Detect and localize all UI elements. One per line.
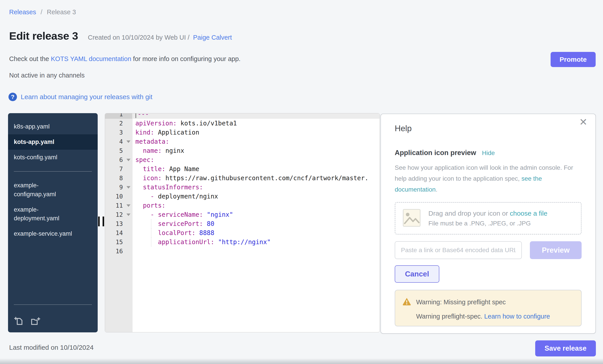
line-number: 7	[119, 165, 123, 172]
line-number: 10	[116, 193, 123, 200]
file-sidebar: k8s-app.yamlkots-app.yamlkots-config.yam…	[8, 113, 98, 332]
editor-line-7[interactable]: 7 title: App Name	[105, 165, 380, 174]
preflight-warning-box: Warning: Missing preflight spec Warning …	[395, 290, 582, 326]
editor-line-16[interactable]: 16	[105, 247, 380, 256]
channel-status: Not active in any channels	[9, 72, 85, 79]
created-text: Created on 10/10/2024 by Web UI /	[88, 34, 190, 41]
editor-line-1[interactable]: 1---	[105, 113, 380, 119]
editor-line-15[interactable]: 15 applicationUrl: "http://nginx"	[105, 237, 380, 247]
text-cursor	[135, 113, 136, 118]
line-number: 12	[116, 211, 123, 218]
editor-line-12[interactable]: 12 - serviceName: "nginx"	[105, 210, 380, 219]
sidebar-footer	[8, 298, 98, 328]
docs-hint: Check out the KOTS YAML documentation fo…	[9, 55, 241, 63]
line-number: 3	[119, 129, 123, 136]
line-number: 2	[119, 120, 123, 127]
close-icon[interactable]: ✕	[578, 116, 589, 128]
file-item-kots-config-yaml[interactable]: kots-config.yaml	[8, 150, 98, 165]
editor-line-13[interactable]: 13 servicePort: 80	[105, 219, 380, 228]
bottom-fade	[0, 358, 603, 364]
editor-line-11[interactable]: 11 ports:	[105, 201, 380, 210]
breadcrumb: Releases / Release 3	[9, 9, 76, 16]
git-help-link[interactable]: ? Learn about managing your releases wit…	[9, 93, 152, 101]
breadcrumb-releases-link[interactable]: Releases	[9, 9, 36, 16]
last-modified: Last modified on 10/10/2024	[9, 344, 94, 351]
editor-line-10[interactable]: 10 - deployment/nginx	[105, 192, 380, 201]
sidebar-divider	[14, 171, 92, 172]
git-help-link-text[interactable]: Learn about managing your releases with …	[21, 93, 152, 101]
docs-hint-suffix: for more info on configuring your app.	[131, 55, 241, 62]
fold-arrow-icon[interactable]	[127, 204, 130, 207]
dropzone-text: Drag and drop your icon or	[428, 210, 510, 217]
breadcrumb-current: Release 3	[47, 9, 76, 16]
help-title: Help	[395, 124, 582, 133]
line-number: 11	[116, 202, 123, 209]
editor-line-2[interactable]: 2apiVersion: kots.io/v1beta1	[105, 119, 380, 128]
description-suffix: .	[436, 186, 438, 193]
line-number: 15	[116, 239, 123, 245]
fold-arrow-icon[interactable]	[127, 159, 130, 161]
promote-button[interactable]: Promote	[551, 52, 596, 67]
editor-line-5[interactable]: 5 name: nginx	[105, 146, 380, 155]
dropzone-filetypes: File must be a .PNG, .JPEG, or .JPG	[428, 220, 547, 227]
warning-title: Warning: Missing preflight spec	[416, 298, 506, 306]
line-number: 13	[116, 220, 123, 227]
created-info: Created on 10/10/2024 by Web UI / Paige …	[88, 34, 232, 41]
file-item-kots-app-yaml[interactable]: kots-app.yaml	[8, 134, 98, 150]
fold-arrow-icon[interactable]	[127, 186, 130, 188]
fold-arrow-icon[interactable]	[127, 140, 130, 143]
hide-link[interactable]: Hide	[482, 149, 495, 157]
line-number: 16	[116, 248, 123, 255]
breadcrumb-separator: /	[41, 9, 42, 16]
title-row: Edit release 3 Created on 10/10/2024 by …	[9, 30, 232, 42]
icon-url-input[interactable]	[395, 241, 522, 259]
created-author-link[interactable]: Paige Calvert	[193, 34, 232, 41]
docs-hint-prefix: Check out the	[9, 55, 51, 62]
icon-dropzone[interactable]: Drag and drop your icon or choose a file…	[395, 202, 582, 235]
file-item-example-service-yaml[interactable]: example-service.yaml	[8, 226, 98, 242]
line-number: 4	[119, 138, 123, 145]
preview-button[interactable]: Preview	[530, 241, 582, 259]
editor-line-6[interactable]: 6spec:	[105, 155, 380, 165]
yaml-editor[interactable]: 1---2apiVersion: kots.io/v1beta13kind: A…	[105, 113, 380, 332]
description-text: See how your application icon will look …	[395, 164, 573, 182]
image-placeholder-icon	[403, 209, 421, 228]
file-item-k8s-app-yaml[interactable]: k8s-app.yaml	[8, 119, 98, 134]
release-editor-page: Releases / Release 3 Edit release 3 Crea…	[0, 0, 603, 364]
icon-preview-description: See how your application icon will look …	[395, 162, 573, 195]
editor-line-9[interactable]: 9 statusInformers:	[105, 183, 380, 192]
help-panel: ✕ Help Application icon preview Hide See…	[381, 114, 596, 334]
sidebar-resize-handle[interactable]	[98, 217, 104, 226]
kots-docs-link[interactable]: KOTS YAML documentation	[51, 55, 131, 62]
warning-icon	[402, 297, 411, 308]
file-item-example-configmap-yaml[interactable]: example-configmap.yaml	[8, 178, 98, 202]
line-number: 8	[119, 175, 123, 182]
line-number: 9	[119, 184, 123, 191]
file-item-example-deployment-yaml[interactable]: example-deployment.yaml	[8, 202, 98, 226]
line-number: 6	[119, 156, 123, 163]
page-title: Edit release 3	[9, 30, 78, 42]
file-list: k8s-app.yamlkots-app.yamlkots-config.yam…	[8, 119, 98, 165]
editor-line-8[interactable]: 8 icon: https://raw.githubusercontent.co…	[105, 174, 380, 183]
line-number: 5	[119, 147, 123, 154]
workspace: k8s-app.yamlkots-app.yamlkots-config.yam…	[0, 113, 603, 334]
warning-configure-link[interactable]: Learn how to configure	[484, 313, 550, 320]
add-file-icon[interactable]	[14, 316, 24, 327]
add-folder-icon[interactable]	[30, 316, 41, 327]
editor-line-14[interactable]: 14 localPort: 8888	[105, 228, 380, 237]
editor-line-4[interactable]: 4metadata:	[105, 137, 380, 146]
choose-file-link[interactable]: choose a file	[510, 210, 547, 217]
cancel-button[interactable]: Cancel	[395, 265, 439, 283]
line-number: 14	[116, 230, 123, 236]
example-file-list: example-configmap.yamlexample-deployment…	[8, 178, 98, 242]
save-release-button[interactable]: Save release	[535, 340, 596, 356]
question-icon: ?	[9, 93, 17, 101]
sidebar-footer-divider	[14, 305, 92, 305]
editor-line-3[interactable]: 3kind: Application	[105, 128, 380, 137]
warning-detail: Warning preflight-spec.	[416, 313, 484, 320]
line-number: 1	[119, 113, 123, 118]
icon-preview-title: Application icon preview	[395, 149, 476, 157]
fold-arrow-icon[interactable]	[127, 213, 130, 216]
